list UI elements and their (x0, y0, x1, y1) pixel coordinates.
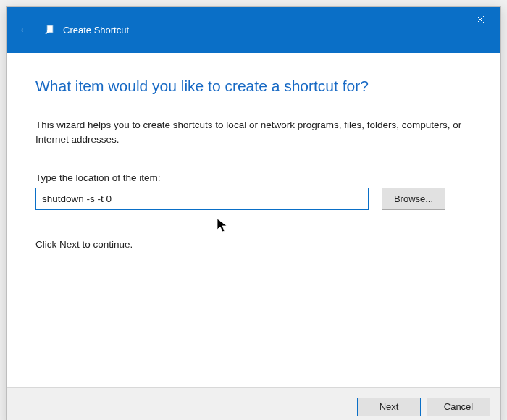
location-row: Browse... (35, 188, 472, 210)
page-heading: What item would you like to create a sho… (35, 77, 472, 95)
cursor-icon (217, 218, 230, 234)
wizard-window: ← Create Shortcut What item would you li… (6, 6, 501, 420)
browse-button[interactable]: Browse... (382, 188, 445, 210)
titlebar: ← Create Shortcut (7, 7, 500, 53)
close-button[interactable] (466, 9, 495, 30)
page-description: This wizard helps you to create shortcut… (35, 118, 463, 146)
wizard-footer: Next Cancel (7, 387, 500, 420)
close-icon (476, 15, 485, 24)
titlebar-title: Create Shortcut (63, 25, 129, 35)
wizard-content: What item would you like to create a sho… (7, 53, 500, 387)
location-input[interactable] (35, 188, 369, 210)
cancel-button[interactable]: Cancel (427, 398, 490, 416)
continue-text: Click Next to continue. (35, 239, 472, 250)
shortcut-icon (44, 24, 56, 35)
back-arrow-icon: ← (18, 22, 31, 38)
location-label: Type the location of the item: (35, 172, 472, 183)
next-button[interactable]: Next (357, 398, 421, 416)
